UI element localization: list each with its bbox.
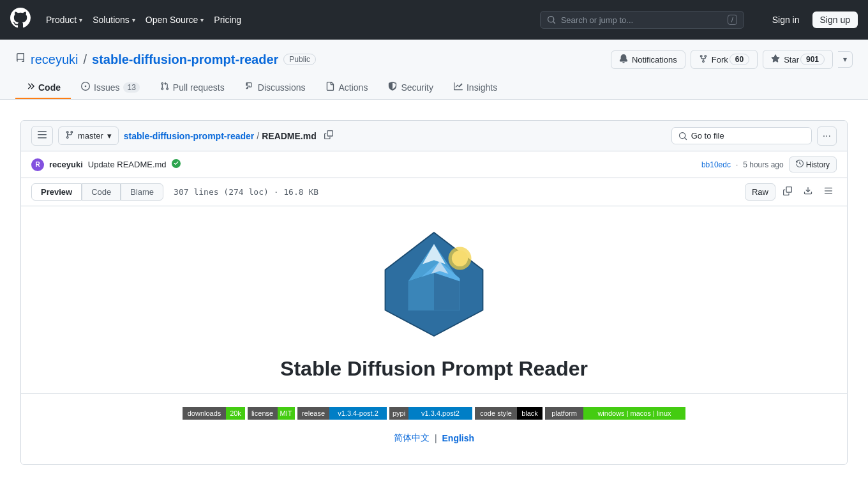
file-toolbar: Preview Code Blame 307 lines (274 loc) ·… xyxy=(21,178,847,206)
signup-button[interactable]: Sign up xyxy=(812,11,858,28)
breadcrumb-filename: README.md xyxy=(262,131,317,141)
commit-author-link[interactable]: receyuki xyxy=(49,160,83,169)
repo-title-row: receyuki / stable-diffusion-prompt-reade… xyxy=(15,50,853,69)
readme-divider xyxy=(21,393,847,394)
branch-name: master xyxy=(78,131,103,141)
solutions-nav-link[interactable]: Solutions ▾ xyxy=(93,15,135,25)
code-icon xyxy=(26,82,34,93)
github-logo[interactable] xyxy=(10,8,31,32)
search-bar[interactable]: / xyxy=(540,11,744,29)
history-button[interactable]: History xyxy=(789,156,837,172)
insights-icon xyxy=(454,82,463,93)
repo-actions: Notifications Fork 60 Star 901 ▾ xyxy=(611,50,853,69)
commit-sha-link[interactable]: bb10edc xyxy=(701,160,731,169)
visibility-badge: Public xyxy=(283,54,316,65)
branch-chevron-icon: ▾ xyxy=(107,131,112,141)
product-chevron-icon: ▾ xyxy=(79,17,82,24)
breadcrumb-repo-link[interactable]: stable-diffusion-prompt-reader xyxy=(124,131,255,141)
tab-discussions-label: Discussions xyxy=(258,82,306,93)
actions-icon xyxy=(326,82,334,93)
discussions-icon xyxy=(245,82,254,93)
tab-insights[interactable]: Insights xyxy=(444,77,507,99)
history-label: History xyxy=(806,160,830,169)
readme-title: Stable Diffusion Prompt Reader xyxy=(47,357,821,381)
tab-issues-label: Issues xyxy=(94,82,119,93)
avatar: R xyxy=(31,158,44,171)
badge-release xyxy=(297,407,387,420)
raw-button[interactable]: Raw xyxy=(745,183,775,201)
repo-owner-link[interactable]: receyuki xyxy=(31,52,78,67)
repo-separator: / xyxy=(83,52,87,67)
tab-discussions[interactable]: Discussions xyxy=(235,77,316,99)
tab-actions-label: Actions xyxy=(338,82,368,93)
opensource-chevron-icon: ▾ xyxy=(200,17,204,24)
tab-code[interactable]: Code xyxy=(15,77,71,99)
top-navigation: Product ▾ Solutions ▾ Open Source ▾ Pric… xyxy=(0,0,868,40)
breadcrumb-separator: / xyxy=(257,131,259,141)
fork-label: Fork xyxy=(712,55,728,65)
chinese-link[interactable]: 简体中文 xyxy=(394,432,430,444)
readme-language-links: 简体中文 | English xyxy=(47,432,821,444)
repo-header: receyuki / stable-diffusion-prompt-reade… xyxy=(0,40,868,100)
tab-issues[interactable]: Issues 13 xyxy=(71,77,150,99)
go-to-file-field[interactable]: Go to file xyxy=(671,127,812,144)
more-actions-button[interactable]: ··· xyxy=(817,126,837,146)
blame-button[interactable]: Blame xyxy=(121,183,163,201)
svg-point-8 xyxy=(452,250,468,266)
history-icon xyxy=(796,160,804,169)
opensource-label: Open Source xyxy=(146,15,198,25)
search-kbd: / xyxy=(728,15,737,25)
fork-count: 60 xyxy=(730,54,749,65)
notifications-label: Notifications xyxy=(632,55,677,65)
pricing-nav-link[interactable]: Pricing xyxy=(214,15,241,25)
link-separator: | xyxy=(435,433,437,443)
pricing-label: Pricing xyxy=(214,15,241,25)
commit-time: 5 hours ago xyxy=(743,160,783,169)
preview-button[interactable]: Preview xyxy=(31,183,82,201)
opensource-nav-link[interactable]: Open Source ▾ xyxy=(146,15,204,25)
copy-path-button[interactable] xyxy=(322,128,336,144)
tab-actions[interactable]: Actions xyxy=(315,77,378,99)
git-branch-icon xyxy=(65,130,74,141)
download-button[interactable] xyxy=(800,184,816,200)
issues-icon xyxy=(81,82,90,93)
branch-selector[interactable]: master ▾ xyxy=(58,126,119,145)
badge-pypi xyxy=(389,407,472,420)
fork-button[interactable]: Fork 60 xyxy=(691,50,758,69)
auth-buttons: Sign in Sign up xyxy=(765,11,858,28)
main-content: master ▾ stable-diffusion-prompt-reader … xyxy=(0,100,868,475)
star-label: Star xyxy=(784,55,799,65)
readme-logo xyxy=(377,227,491,342)
product-nav-link[interactable]: Product ▾ xyxy=(46,15,82,25)
path-actions: Go to file ··· xyxy=(671,126,837,146)
copy-raw-button[interactable] xyxy=(779,184,796,200)
file-actions: Raw xyxy=(745,183,837,201)
commit-check-icon xyxy=(172,159,181,170)
notifications-button[interactable]: Notifications xyxy=(611,50,685,69)
commit-row: R receyuki Update README.md bb10edc · 5 … xyxy=(21,151,847,178)
tab-security[interactable]: Security xyxy=(378,77,444,99)
star-count: 901 xyxy=(800,54,825,65)
solutions-label: Solutions xyxy=(93,15,130,25)
search-input[interactable] xyxy=(561,15,722,25)
breadcrumb: stable-diffusion-prompt-reader / README.… xyxy=(124,131,317,141)
add-star-button[interactable]: ▾ xyxy=(838,51,853,68)
go-to-file-label: Go to file xyxy=(691,131,805,141)
fork-icon xyxy=(699,54,708,65)
badge-platform xyxy=(545,407,685,420)
issues-badge: 13 xyxy=(123,82,139,93)
tab-code-label: Code xyxy=(38,82,61,93)
repo-tabs: Code Issues 13 Pull requests Discussions xyxy=(15,77,853,99)
outline-button[interactable] xyxy=(820,184,837,200)
english-link[interactable]: English xyxy=(442,433,475,443)
code-view-button[interactable]: Code xyxy=(82,183,121,201)
commit-dot-separator: · xyxy=(736,160,738,169)
tab-pullrequests[interactable]: Pull requests xyxy=(150,77,235,99)
repo-name-link[interactable]: stable-diffusion-prompt-reader xyxy=(92,52,278,67)
tab-pullrequests-label: Pull requests xyxy=(173,82,225,93)
file-stats: 307 lines (274 loc) · 16.8 KB xyxy=(174,187,318,197)
signin-button[interactable]: Sign in xyxy=(765,11,807,28)
solutions-chevron-icon: ▾ xyxy=(132,17,135,24)
star-button[interactable]: Star 901 xyxy=(763,50,833,69)
sidebar-toggle-button[interactable] xyxy=(31,126,53,146)
